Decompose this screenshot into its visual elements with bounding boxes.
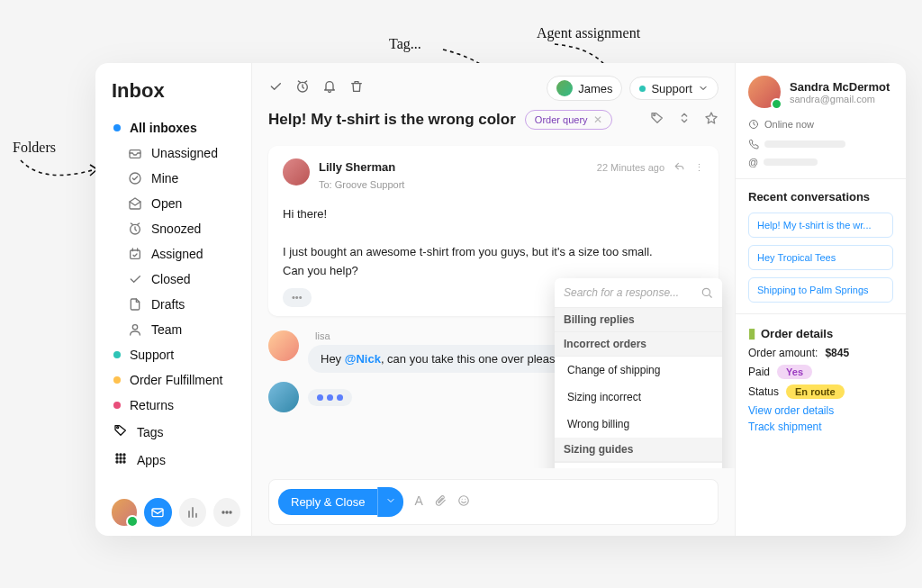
compose-button[interactable] [144,498,171,527]
response-category[interactable]: Incorrect orders [555,332,722,357]
svg-point-12 [116,461,118,463]
dot-icon [113,402,121,409]
notify-icon[interactable] [322,79,339,97]
search-icon [701,285,713,300]
dot-icon [113,376,121,384]
apps-icon [113,451,128,468]
sidebar: Inbox All inboxes Unassigned Mine Open S… [95,63,252,536]
typing-dots-icon [308,389,352,406]
thread: Lilly Sherman To: Groove Support 22 Minu… [252,142,735,468]
composer: Reply & Close A [268,479,719,525]
recent-conversation[interactable]: Shipping to Palm Springs [748,277,893,303]
order-status-label: Status [748,385,779,398]
sidebar-bottom [112,489,240,527]
reports-button[interactable] [179,498,206,527]
response-search[interactable]: Search for a response... [555,278,722,308]
message-time: 22 Minutes ago [597,160,664,176]
remove-tag-icon[interactable]: ✕ [593,113,602,126]
tag-chip[interactable]: Order query✕ [525,110,612,130]
response-item[interactable]: Change of shipping [555,357,722,384]
sidebar-folder-open[interactable]: Open [126,191,240,216]
attach-icon[interactable] [434,493,447,511]
star-icon[interactable] [704,111,719,129]
track-shipment-link[interactable]: Track shipment [748,421,893,433]
new-instant-reply-button[interactable]: + New instant reply [555,462,722,468]
add-tag-icon[interactable] [650,111,664,129]
sidebar-folder-snoozed[interactable]: Snoozed [126,216,240,241]
recent-conversations-title: Recent conversations [748,190,893,204]
svg-point-5 [117,427,119,429]
sidebar-folder-assigned[interactable]: Assigned [126,241,240,267]
svg-point-11 [123,457,125,459]
svg-point-16 [222,511,224,513]
annotation-folders: Folders [13,140,56,156]
tag-icon [113,423,128,440]
current-user-avatar[interactable] [112,499,137,526]
subject-row: Help! My t-shirt is the wrong color Orde… [252,108,735,142]
recent-conversation[interactable]: Help! My t-shirt is the wr... [748,213,893,238]
response-item[interactable]: Wrong billing [555,411,722,438]
sidebar-mailbox-returns[interactable]: Returns [112,393,240,418]
sidebar-folder-drafts[interactable]: Drafts [126,292,240,317]
status-badge: En route [786,384,845,399]
sidebar-folder-mine[interactable]: Mine [126,166,240,191]
more-button[interactable] [213,498,240,527]
sidebar-mailbox-support[interactable]: Support [112,342,240,367]
svg-point-20 [654,114,655,116]
svg-rect-0 [130,150,140,158]
paid-badge: Yes [777,365,812,379]
instant-reply-popup: Search for a response... Billing replies… [555,278,722,468]
svg-point-17 [226,511,228,513]
sort-icon[interactable] [677,111,692,129]
sidebar-folder-team[interactable]: Team [126,317,240,342]
response-category[interactable]: Sizing guides [555,438,722,462]
agent-assignee-pill[interactable]: James [547,76,622,101]
reply-icon[interactable] [673,158,685,178]
reply-dropdown-button[interactable] [377,487,403,517]
expand-quote-button[interactable]: ••• [283,288,312,308]
order-amount: $845 [825,347,849,359]
agent-avatar-icon [556,80,573,96]
message-body-line: I just bought an awesome t-shirt from yo… [283,243,704,262]
delete-icon[interactable] [349,79,366,97]
sidebar-folder-closed[interactable]: Closed [126,267,240,292]
svg-point-8 [123,454,125,456]
order-details-header: ▮Order details [748,325,893,341]
sidebar-tags[interactable]: Tags [112,418,240,446]
sidebar-folder-unassigned[interactable]: Unassigned [126,140,240,166]
svg-point-14 [123,461,125,463]
sidebar-apps[interactable]: Apps [112,446,240,474]
customer-email: sandra@gmail.com [790,94,890,104]
view-order-link[interactable]: View order details [748,404,893,417]
sidebar-mailbox-fulfillment[interactable]: Order Fulfillment [112,367,240,393]
svg-rect-3 [131,250,140,258]
note-author-name: lisa [308,330,581,341]
sidebar-title: Inbox [112,79,240,103]
sidebar-all-inboxes[interactable]: All inboxes [112,115,240,140]
recent-conversation[interactable]: Hey Tropical Tees [748,245,893,270]
main-panel: James Support Help! My t-shirt is the wr… [252,63,735,536]
team-icon [128,322,142,337]
response-item[interactable]: Sizing incorrect [555,384,722,411]
dot-icon [113,351,121,358]
mark-done-icon[interactable] [268,79,285,97]
mention[interactable]: @Nick [345,352,381,366]
annotation-tags: Tag... [389,36,421,52]
conversation-toolbar: James Support [252,63,735,108]
reply-close-button-group: Reply & Close [278,487,403,517]
typing-avatar [268,382,299,412]
shopify-icon: ▮ [748,325,755,341]
clock-icon [128,222,142,236]
reply-close-button[interactable]: Reply & Close [278,489,377,515]
svg-rect-15 [152,509,163,517]
customer-avatar [748,76,781,108]
inbox-icon [128,146,142,160]
message-more-icon[interactable]: ⋮ [694,160,704,176]
check-icon [128,272,142,286]
group-pill[interactable]: Support [629,77,719,100]
snooze-icon[interactable] [295,79,312,97]
emoji-icon[interactable] [457,493,470,511]
response-category[interactable]: Billing replies [555,308,722,332]
format-icon[interactable]: A [414,493,422,511]
svg-point-7 [120,454,122,456]
